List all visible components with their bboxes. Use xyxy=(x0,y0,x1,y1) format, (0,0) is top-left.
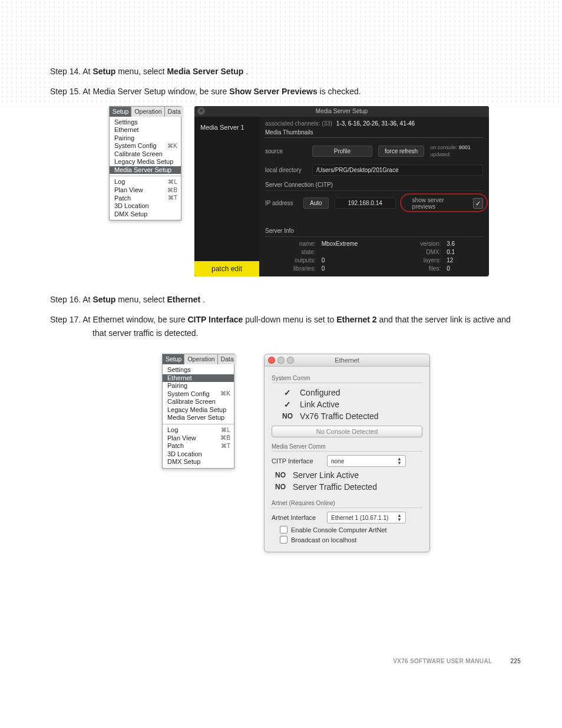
step-17-b1: CITP Interface xyxy=(187,315,243,324)
menu-item-calibrate-2[interactable]: Calibrate Screen xyxy=(163,398,234,406)
mss-ip-row: IP address Auto 192.168.0.14 show server… xyxy=(265,197,483,210)
menu-tab-operation[interactable]: Operation xyxy=(131,107,164,117)
show-server-previews-checkbox[interactable]: ✓ xyxy=(473,198,483,209)
menu-tab-setup[interactable]: Setup xyxy=(110,107,131,117)
artnet-interface-label: Artnet Interface xyxy=(272,514,319,521)
mss-localdir-label: local directory xyxy=(265,167,306,173)
profile-button[interactable]: Profile xyxy=(312,146,372,157)
step-15-pre: Step 15. At Media Server Setup window, b… xyxy=(50,87,229,96)
checkmark-icon: ✓ xyxy=(281,400,294,409)
step-14-b1: Setup xyxy=(92,67,115,76)
close-icon[interactable] xyxy=(268,357,275,364)
step-16-post: . xyxy=(203,295,205,304)
mss-sidebar-item-server1[interactable]: Media Server 1 xyxy=(194,117,259,166)
menu-item-media-server-setup[interactable]: Media Server Setup xyxy=(110,166,181,174)
enable-artnet-checkbox-row: Enable Console Computer ArtNet xyxy=(272,526,422,533)
menu-item-calibrate[interactable]: Calibrate Screen xyxy=(110,150,181,159)
menu-tab-operation-2[interactable]: Operation xyxy=(184,354,217,364)
step-15-line: Step 15. At Media Server Setup window, b… xyxy=(50,85,521,99)
step-17-pre: Step 17. At Ethernet window, be sure xyxy=(50,315,187,324)
menu-tabs-2: Setup Operation Data xyxy=(163,354,234,364)
mss-source-row: source Profile force refresh on console:… xyxy=(265,144,483,159)
mss-onconsole-info: on console: 9001 updated: xyxy=(430,144,471,159)
no-mark-text: NO xyxy=(281,412,294,420)
menu-tab-data-2[interactable]: Data xyxy=(218,354,236,364)
menu-tabs: Setup Operation Data xyxy=(110,107,181,117)
eth-configured-line: ✓ Configured xyxy=(272,387,422,398)
artnet-interface-select[interactable]: Ethernet 1 (10.67.1.1) ▲▼ xyxy=(327,512,406,523)
menu-item-3d-location[interactable]: 3D Location xyxy=(110,202,181,210)
zoom-icon[interactable] xyxy=(287,357,294,364)
menu-item-pairing[interactable]: Pairing xyxy=(110,134,181,143)
step-17-mid: pull-down menu is set to xyxy=(245,315,336,324)
step-15-b1: Show Server Previews xyxy=(229,87,317,96)
menu-item-pairing-2[interactable]: Pairing xyxy=(163,382,234,390)
eth-artnet-section: Artnet (Requires Online) xyxy=(272,500,422,508)
mss-ip-label: IP address xyxy=(265,200,297,206)
menu-item-dmx-setup-2[interactable]: DMX Setup xyxy=(163,458,234,466)
menu-section-2: Log⌘L Plan View⌘B Patch⌘T 3D Location DM… xyxy=(110,176,181,220)
mss-body: Media Server 1 patch edit associated cha… xyxy=(194,117,489,276)
figure-row-2: Setup Operation Data Settings Ethernet P… xyxy=(162,354,521,552)
enable-artnet-checkbox[interactable] xyxy=(280,526,287,533)
menu-item-log[interactable]: Log⌘L xyxy=(110,178,181,186)
menu-item-plan-view[interactable]: Plan View⌘B xyxy=(110,186,181,195)
mss-subtab-mediathumbnails[interactable]: Media Thumbnails xyxy=(265,129,483,138)
menu-item-ethernet[interactable]: Ethernet xyxy=(110,126,181,134)
mss-titlebar: ✕ Media Server Setup xyxy=(194,106,489,117)
menu-item-patch[interactable]: Patch⌘T xyxy=(110,195,181,203)
patch-edit-button[interactable]: patch edit xyxy=(194,261,259,276)
menu-item-system-config[interactable]: System Config⌘K xyxy=(110,142,181,150)
local-directory-field[interactable]: /Users/PRG/Desktop/201Grace xyxy=(312,164,483,176)
mss-source-label: source xyxy=(265,148,306,154)
citp-interface-row: CITP Interface none ▲▼ xyxy=(272,455,422,467)
mss-citp-section: Server Connection (CITP) xyxy=(265,182,483,191)
eth-titlebar: Ethernet xyxy=(265,354,429,367)
dropdown-arrows-icon: ▲▼ xyxy=(397,513,402,522)
checkmark-icon: ✓ xyxy=(281,388,294,397)
menu-item-settings-2[interactable]: Settings xyxy=(163,366,234,374)
menu-item-dmx-setup[interactable]: DMX Setup xyxy=(110,210,181,219)
menu-item-ethernet-2[interactable]: Ethernet xyxy=(163,374,234,383)
media-server-setup-window: ✕ Media Server Setup Media Server 1 patc… xyxy=(194,106,489,276)
no-console-button[interactable]: No Console Detected xyxy=(272,426,422,437)
menu-item-media-server-setup-2[interactable]: Media Server Setup xyxy=(163,414,234,422)
auto-button[interactable]: Auto xyxy=(303,197,329,209)
mss-info-section: Server Info xyxy=(265,228,483,237)
citp-interface-label: CITP Interface xyxy=(272,457,319,465)
menu-section-b2: Log⌘L Plan View⌘B Patch⌘T 3D Location DM… xyxy=(163,424,234,468)
menu-item-legacy[interactable]: Legacy Media Setup xyxy=(110,158,181,166)
menu-item-3d-location-2[interactable]: 3D Location xyxy=(163,450,234,459)
menu-item-system-config-2[interactable]: System Config⌘K xyxy=(163,390,234,398)
broadcast-localhost-checkbox[interactable] xyxy=(280,536,287,543)
ethernet-window: Ethernet System Comm ✓ Configured ✓ Link… xyxy=(264,354,430,552)
eth-linkactive-line: ✓ Link Active xyxy=(272,398,422,410)
close-icon[interactable]: ✕ xyxy=(197,107,205,115)
mss-title-text: Media Server Setup xyxy=(316,108,368,114)
mss-main: associated channels: (33) 1-3, 6-16, 20-… xyxy=(259,117,489,276)
menu-tab-data[interactable]: Data xyxy=(165,107,183,117)
step-14-b2: Media Server Setup xyxy=(167,67,243,76)
step-15-post: is checked. xyxy=(320,87,361,96)
force-refresh-button[interactable]: force refresh xyxy=(378,146,424,157)
window-buttons xyxy=(268,357,294,364)
eth-server-link-line: NO Server Link Active xyxy=(272,469,422,481)
menu-item-log-2[interactable]: Log⌘L xyxy=(163,426,234,434)
step-17-line: Step 17. At Ethernet window, be sure CIT… xyxy=(50,313,521,341)
menu-tab-setup-2[interactable]: Setup xyxy=(163,354,184,364)
eth-server-traffic-line: NO Server Traffic Detected xyxy=(272,481,422,493)
menu-section-1: Settings Ethernet Pairing System Config⌘… xyxy=(110,117,181,177)
menu-item-settings[interactable]: Settings xyxy=(110,118,181,127)
step-16-b1: Setup xyxy=(92,295,115,304)
menu-item-plan-view-2[interactable]: Plan View⌘B xyxy=(163,434,234,443)
artnet-interface-row: Artnet Interface Ethernet 1 (10.67.1.1) … xyxy=(272,512,422,523)
menu-item-patch-2[interactable]: Patch⌘T xyxy=(163,442,234,450)
dropdown-arrows-icon: ▲▼ xyxy=(397,457,402,465)
figure-row-1: Setup Operation Data Settings Ethernet P… xyxy=(109,106,521,276)
citp-interface-select[interactable]: none ▲▼ xyxy=(327,455,406,467)
menu-item-legacy-2[interactable]: Legacy Media Setup xyxy=(163,406,234,414)
broadcast-localhost-checkbox-row: Broadcast on localhost xyxy=(272,536,422,543)
minimize-icon[interactable] xyxy=(277,357,285,364)
ip-address-field[interactable]: 192.168.0.14 xyxy=(335,197,396,209)
step-14-mid: menu, select xyxy=(118,67,167,76)
